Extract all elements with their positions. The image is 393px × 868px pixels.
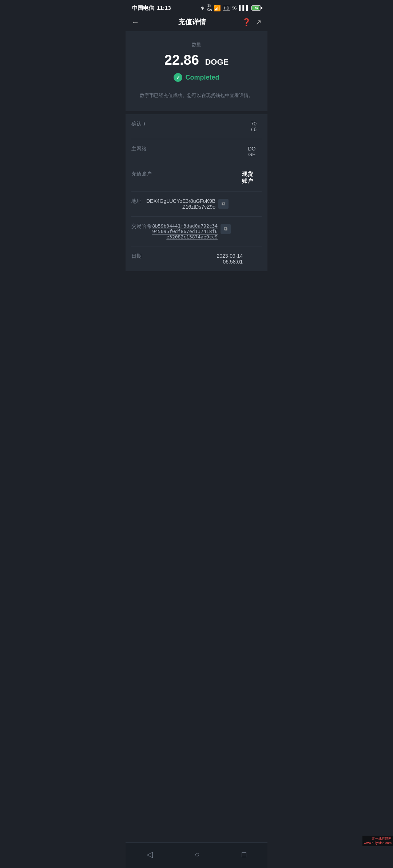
amount-section: 数量 22.86 DOGE ✓ Completed 数字币已经充值成功。您可以在… (126, 31, 267, 111)
amount-label: 数量 (133, 41, 260, 48)
battery-icon: 90 (251, 5, 261, 11)
page-title: 充值详情 (144, 17, 240, 27)
status-bar: 中国电信 11:13 ∗ 18K/s 📶 HD 5G ▌▌▌ 90 (126, 0, 267, 15)
net-speed: 18K/s (207, 4, 212, 12)
hd-badge: HD (223, 6, 230, 11)
share-icon[interactable]: ↗ (255, 18, 262, 27)
detail-val-4: 8b59b04441f3dad0a792c34945095f0df867ed13… (152, 223, 218, 240)
detail-key-2: 充值账户 (131, 171, 152, 177)
detail-key-5: 日期 (131, 253, 142, 260)
5g-badge: 5G (232, 6, 237, 10)
bluetooth-icon: ∗ (201, 5, 205, 11)
details-section: 确认ℹ70 / 6主网络DOGE充值账户现货账户地址DEX4GgLUCYoE3r… (126, 114, 267, 271)
detail-row-1: 主网络DOGE (131, 139, 262, 164)
detail-key-1: 主网络 (131, 146, 147, 152)
success-message: 数字币已经充值成功。您可以在现货钱包中查看详情。 (133, 92, 260, 100)
help-icon[interactable]: ❓ (242, 18, 251, 27)
detail-row-4: 交易哈希8b59b04441f3dad0a792c34945095f0df867… (131, 217, 262, 246)
detail-key-0: 确认ℹ (131, 121, 145, 127)
detail-key-3: 地址 (131, 198, 142, 205)
status-icons: ∗ 18K/s 📶 HD 5G ▌▌▌ 90 (201, 4, 261, 12)
check-circle-icon: ✓ (174, 73, 182, 82)
detail-val-3: DEX4GgLUCYoE3r8uGFoK9BZ16ztDs7vZ9o (146, 198, 215, 210)
status-completed: ✓ Completed (174, 73, 219, 82)
copy-button-4[interactable]: ⧉ (221, 224, 231, 234)
back-button[interactable]: ← (131, 17, 144, 27)
detail-row-2: 充值账户现货账户 (131, 164, 262, 192)
signal-icon: ▌▌▌ (239, 5, 250, 11)
top-nav: ← 充值详情 ❓ ↗ (126, 15, 267, 31)
info-icon-0[interactable]: ℹ (143, 121, 145, 126)
detail-val-5: 2023-09-14 06:58:01 (214, 253, 243, 265)
detail-val-2: 现货账户 (240, 171, 253, 185)
detail-row-5: 日期2023-09-14 06:58:01 (131, 246, 262, 271)
detail-key-4: 交易哈希 (131, 223, 152, 230)
wifi-icon: 📶 (214, 5, 221, 12)
detail-row-3: 地址DEX4GgLUCYoE3r8uGFoK9BZ16ztDs7vZ9o⧉ (131, 192, 262, 217)
copy-button-3[interactable]: ⧉ (218, 199, 229, 209)
nav-icons: ❓ ↗ (240, 18, 262, 27)
carrier-time: 中国电信 11:13 (132, 5, 171, 12)
detail-val-0: 70 / 6 (249, 121, 257, 132)
detail-val-1: DOGE (247, 146, 256, 157)
currency-label: DOGE (205, 57, 229, 67)
amount-value: 22.86 DOGE (133, 52, 260, 68)
detail-row-0: 确认ℹ70 / 6 (131, 114, 262, 139)
